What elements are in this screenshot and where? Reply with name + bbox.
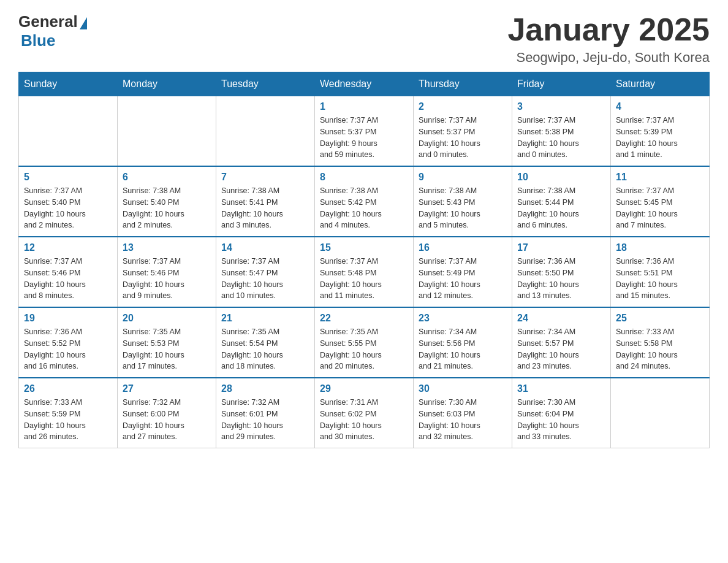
calendar-cell: 13Sunrise: 7:37 AM Sunset: 5:46 PM Dayli… <box>118 237 216 307</box>
day-of-week-saturday: Saturday <box>611 72 710 96</box>
calendar-cell: 8Sunrise: 7:38 AM Sunset: 5:42 PM Daylig… <box>315 166 414 237</box>
day-number: 1 <box>320 101 408 112</box>
day-number: 20 <box>123 313 211 324</box>
calendar-cell: 18Sunrise: 7:36 AM Sunset: 5:51 PM Dayli… <box>611 237 710 307</box>
calendar-title: January 2025 <box>507 12 710 47</box>
calendar-cell: 28Sunrise: 7:32 AM Sunset: 6:01 PM Dayli… <box>216 378 315 448</box>
calendar-cell <box>611 378 710 448</box>
week-row-2: 5Sunrise: 7:37 AM Sunset: 5:40 PM Daylig… <box>19 166 710 237</box>
calendar-cell: 6Sunrise: 7:38 AM Sunset: 5:40 PM Daylig… <box>118 166 216 237</box>
calendar-cell: 9Sunrise: 7:38 AM Sunset: 5:43 PM Daylig… <box>414 166 512 237</box>
day-number: 24 <box>517 313 605 324</box>
day-info: Sunrise: 7:36 AM Sunset: 5:51 PM Dayligh… <box>616 256 704 302</box>
day-of-week-friday: Friday <box>512 72 611 96</box>
day-of-week-monday: Monday <box>118 72 216 96</box>
day-info: Sunrise: 7:30 AM Sunset: 6:03 PM Dayligh… <box>419 397 507 443</box>
day-info: Sunrise: 7:34 AM Sunset: 5:57 PM Dayligh… <box>517 326 605 372</box>
week-row-5: 26Sunrise: 7:33 AM Sunset: 5:59 PM Dayli… <box>19 378 710 448</box>
day-number: 26 <box>24 383 112 394</box>
day-info: Sunrise: 7:33 AM Sunset: 5:58 PM Dayligh… <box>616 326 704 372</box>
calendar-cell: 2Sunrise: 7:37 AM Sunset: 5:37 PM Daylig… <box>414 96 512 167</box>
day-info: Sunrise: 7:36 AM Sunset: 5:50 PM Dayligh… <box>517 256 605 302</box>
day-info: Sunrise: 7:35 AM Sunset: 5:54 PM Dayligh… <box>221 326 309 372</box>
day-info: Sunrise: 7:37 AM Sunset: 5:37 PM Dayligh… <box>419 115 507 161</box>
day-info: Sunrise: 7:37 AM Sunset: 5:46 PM Dayligh… <box>24 256 112 302</box>
calendar-cell <box>118 96 216 167</box>
days-header-row: SundayMondayTuesdayWednesdayThursdayFrid… <box>19 72 710 96</box>
day-number: 29 <box>320 383 408 394</box>
day-number: 4 <box>616 101 704 112</box>
logo-triangle-icon <box>80 17 87 29</box>
day-info: Sunrise: 7:37 AM Sunset: 5:49 PM Dayligh… <box>419 256 507 302</box>
calendar-cell: 31Sunrise: 7:30 AM Sunset: 6:04 PM Dayli… <box>512 378 611 448</box>
calendar-cell: 25Sunrise: 7:33 AM Sunset: 5:58 PM Dayli… <box>611 307 710 378</box>
day-info: Sunrise: 7:38 AM Sunset: 5:44 PM Dayligh… <box>517 185 605 231</box>
day-number: 30 <box>419 383 507 394</box>
calendar-cell: 20Sunrise: 7:35 AM Sunset: 5:53 PM Dayli… <box>118 307 216 378</box>
day-number: 10 <box>517 172 605 183</box>
day-number: 12 <box>24 242 112 253</box>
calendar-cell: 16Sunrise: 7:37 AM Sunset: 5:49 PM Dayli… <box>414 237 512 307</box>
calendar-cell: 4Sunrise: 7:37 AM Sunset: 5:39 PM Daylig… <box>611 96 710 167</box>
day-number: 25 <box>616 313 704 324</box>
day-number: 19 <box>24 313 112 324</box>
day-info: Sunrise: 7:38 AM Sunset: 5:41 PM Dayligh… <box>221 185 309 231</box>
calendar-cell: 29Sunrise: 7:31 AM Sunset: 6:02 PM Dayli… <box>315 378 414 448</box>
calendar-table: SundayMondayTuesdayWednesdayThursdayFrid… <box>18 72 710 448</box>
calendar-cell: 12Sunrise: 7:37 AM Sunset: 5:46 PM Dayli… <box>19 237 118 307</box>
day-info: Sunrise: 7:32 AM Sunset: 6:00 PM Dayligh… <box>123 397 211 443</box>
calendar-cell <box>19 96 118 167</box>
day-info: Sunrise: 7:36 AM Sunset: 5:52 PM Dayligh… <box>24 326 112 372</box>
day-number: 3 <box>517 101 605 112</box>
calendar-cell: 7Sunrise: 7:38 AM Sunset: 5:41 PM Daylig… <box>216 166 315 237</box>
calendar-cell: 15Sunrise: 7:37 AM Sunset: 5:48 PM Dayli… <box>315 237 414 307</box>
calendar-cell: 30Sunrise: 7:30 AM Sunset: 6:03 PM Dayli… <box>414 378 512 448</box>
calendar-cell: 19Sunrise: 7:36 AM Sunset: 5:52 PM Dayli… <box>19 307 118 378</box>
day-number: 28 <box>221 383 309 394</box>
day-info: Sunrise: 7:38 AM Sunset: 5:40 PM Dayligh… <box>123 185 211 231</box>
week-row-4: 19Sunrise: 7:36 AM Sunset: 5:52 PM Dayli… <box>19 307 710 378</box>
day-of-week-wednesday: Wednesday <box>315 72 414 96</box>
day-number: 8 <box>320 172 408 183</box>
day-info: Sunrise: 7:37 AM Sunset: 5:37 PM Dayligh… <box>320 115 408 161</box>
title-section: January 2025 Seogwipo, Jeju-do, South Ko… <box>507 12 710 66</box>
day-number: 14 <box>221 242 309 253</box>
day-info: Sunrise: 7:31 AM Sunset: 6:02 PM Dayligh… <box>320 397 408 443</box>
week-row-1: 1Sunrise: 7:37 AM Sunset: 5:37 PM Daylig… <box>19 96 710 167</box>
day-number: 7 <box>221 172 309 183</box>
calendar-cell: 11Sunrise: 7:37 AM Sunset: 5:45 PM Dayli… <box>611 166 710 237</box>
day-number: 17 <box>517 242 605 253</box>
day-number: 27 <box>123 383 211 394</box>
calendar-subtitle: Seogwipo, Jeju-do, South Korea <box>507 50 710 66</box>
calendar-cell: 17Sunrise: 7:36 AM Sunset: 5:50 PM Dayli… <box>512 237 611 307</box>
day-number: 15 <box>320 242 408 253</box>
calendar-cell <box>216 96 315 167</box>
calendar-cell: 26Sunrise: 7:33 AM Sunset: 5:59 PM Dayli… <box>19 378 118 448</box>
day-info: Sunrise: 7:38 AM Sunset: 5:43 PM Dayligh… <box>419 185 507 231</box>
calendar-cell: 14Sunrise: 7:37 AM Sunset: 5:47 PM Dayli… <box>216 237 315 307</box>
day-number: 6 <box>123 172 211 183</box>
logo: General Blue <box>18 12 89 50</box>
calendar-cell: 21Sunrise: 7:35 AM Sunset: 5:54 PM Dayli… <box>216 307 315 378</box>
logo-blue-text: Blue <box>21 31 55 50</box>
day-info: Sunrise: 7:37 AM Sunset: 5:45 PM Dayligh… <box>616 185 704 231</box>
day-info: Sunrise: 7:34 AM Sunset: 5:56 PM Dayligh… <box>419 326 507 372</box>
day-number: 23 <box>419 313 507 324</box>
calendar-cell: 10Sunrise: 7:38 AM Sunset: 5:44 PM Dayli… <box>512 166 611 237</box>
day-info: Sunrise: 7:37 AM Sunset: 5:38 PM Dayligh… <box>517 115 605 161</box>
day-of-week-thursday: Thursday <box>414 72 512 96</box>
day-number: 11 <box>616 172 704 183</box>
calendar-cell: 27Sunrise: 7:32 AM Sunset: 6:00 PM Dayli… <box>118 378 216 448</box>
calendar-cell: 1Sunrise: 7:37 AM Sunset: 5:37 PM Daylig… <box>315 96 414 167</box>
day-info: Sunrise: 7:37 AM Sunset: 5:39 PM Dayligh… <box>616 115 704 161</box>
calendar-cell: 22Sunrise: 7:35 AM Sunset: 5:55 PM Dayli… <box>315 307 414 378</box>
day-info: Sunrise: 7:37 AM Sunset: 5:40 PM Dayligh… <box>24 185 112 231</box>
page-header: General Blue January 2025 Seogwipo, Jeju… <box>18 12 710 66</box>
day-number: 9 <box>419 172 507 183</box>
day-info: Sunrise: 7:37 AM Sunset: 5:47 PM Dayligh… <box>221 256 309 302</box>
day-number: 31 <box>517 383 605 394</box>
day-info: Sunrise: 7:38 AM Sunset: 5:42 PM Dayligh… <box>320 185 408 231</box>
calendar-cell: 24Sunrise: 7:34 AM Sunset: 5:57 PM Dayli… <box>512 307 611 378</box>
day-number: 13 <box>123 242 211 253</box>
calendar-cell: 23Sunrise: 7:34 AM Sunset: 5:56 PM Dayli… <box>414 307 512 378</box>
